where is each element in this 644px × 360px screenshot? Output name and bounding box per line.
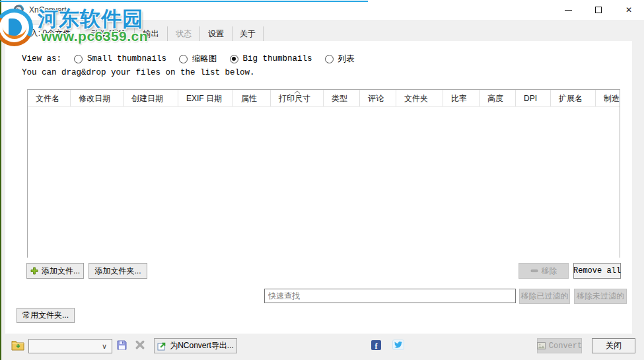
maximize-icon bbox=[595, 7, 602, 13]
xnconvert-window: XnConvert ✕ 输入: 0个文件 动作 [1/1] 输出 状态 设置 关… bbox=[0, 0, 644, 360]
column-label: 高度 bbox=[487, 94, 503, 103]
remove-all-button[interactable]: Remove all bbox=[573, 263, 621, 279]
radio-label: Big thumbnails bbox=[243, 54, 312, 63]
app-icon bbox=[13, 5, 24, 15]
remove-unfiltered-label: 移除未过滤的 bbox=[577, 291, 624, 302]
add-files-label: 添加文件... bbox=[42, 266, 80, 277]
convert-image-icon bbox=[537, 342, 546, 349]
column-header-manufacturer[interactable]: 制造商 bbox=[596, 90, 620, 106]
tab-about[interactable]: 关于 bbox=[233, 26, 264, 41]
radio-big-thumbnails[interactable]: Big thumbnails bbox=[230, 54, 312, 63]
close-dialog-label: 关闭 bbox=[606, 340, 622, 351]
column-label: DPI bbox=[524, 94, 537, 103]
column-header-created-date[interactable]: 创建日期 bbox=[124, 90, 178, 106]
chevron-down-icon: ∨ bbox=[102, 343, 107, 350]
remove-label: 移除 bbox=[542, 266, 557, 277]
radio-label: 缩略图 bbox=[192, 54, 217, 65]
column-header-comment[interactable]: 评论 bbox=[360, 90, 396, 106]
column-label: 扩展名 bbox=[559, 94, 583, 103]
radio-thumbnails[interactable]: 缩略图 bbox=[179, 54, 217, 65]
export-icon bbox=[157, 342, 166, 351]
add-folder-button[interactable]: 添加文件夹... bbox=[89, 263, 147, 279]
close-button[interactable]: ✕ bbox=[614, 0, 644, 20]
export-nconvert-button[interactable]: 为NConvert导出... bbox=[154, 338, 237, 353]
facebook-icon[interactable]: f bbox=[371, 340, 381, 350]
radio-small-thumbnails[interactable]: Small thumbnails bbox=[74, 54, 166, 63]
column-header-modified-date[interactable]: 修改日期 bbox=[71, 90, 124, 106]
close-dialog-button[interactable]: 关闭 bbox=[592, 338, 635, 353]
column-label: 打印尺寸 bbox=[279, 94, 310, 103]
frequent-folders-button[interactable]: 常用文件夹... bbox=[17, 308, 75, 323]
open-folder-icon[interactable] bbox=[11, 339, 24, 351]
add-folder-label: 添加文件夹... bbox=[94, 266, 141, 277]
window-left-border bbox=[0, 0, 1, 360]
view-as-label: View as: bbox=[22, 54, 61, 63]
preset-combobox[interactable]: ∨ bbox=[28, 339, 112, 353]
radio-icon bbox=[74, 55, 83, 63]
facebook-letter: f bbox=[375, 342, 378, 350]
column-label: 文件名 bbox=[36, 94, 59, 103]
column-header-type[interactable]: 类型 bbox=[324, 90, 360, 106]
radio-selected-icon bbox=[230, 55, 238, 63]
column-header-extension[interactable]: 扩展名 bbox=[551, 90, 596, 106]
radio-icon bbox=[325, 55, 334, 63]
column-label: 评论 bbox=[368, 94, 384, 103]
radio-icon bbox=[179, 55, 188, 63]
titlebar: XnConvert ✕ bbox=[0, 0, 644, 20]
column-header-height[interactable]: 高度 bbox=[480, 90, 516, 106]
delete-preset-icon bbox=[134, 339, 146, 351]
column-label: 属性 bbox=[241, 94, 257, 103]
remove-all-label: Remove all bbox=[573, 266, 621, 275]
radio-list-view[interactable]: 列表 bbox=[325, 54, 355, 65]
column-header-filename[interactable]: 文件名 bbox=[28, 90, 71, 106]
column-header-attributes[interactable]: 属性 bbox=[233, 90, 271, 106]
convert-label: Convert bbox=[549, 342, 582, 351]
column-header-print-size[interactable]: 打印尺寸 bbox=[271, 90, 324, 106]
minimize-button[interactable] bbox=[553, 0, 583, 20]
close-icon: ✕ bbox=[626, 5, 632, 15]
column-label: 比率 bbox=[451, 94, 467, 103]
drag-drop-hint: You can drag&drop your files on the list… bbox=[22, 68, 255, 77]
window-title: XnConvert bbox=[29, 0, 67, 20]
remove-unfiltered-button: 移除未过滤的 bbox=[574, 289, 627, 304]
tab-settings[interactable]: 设置 bbox=[200, 26, 233, 41]
radio-label: Small thumbnails bbox=[87, 54, 166, 63]
frequent-folders-label: 常用文件夹... bbox=[22, 310, 69, 321]
twitter-icon[interactable] bbox=[392, 340, 404, 350]
column-header-exif-date[interactable]: EXIF 日期 bbox=[178, 90, 233, 106]
tab-input[interactable]: 输入: 0个文件 bbox=[12, 24, 81, 41]
column-label: 文件夹 bbox=[404, 94, 428, 103]
column-header-ratio[interactable]: 比率 bbox=[443, 90, 480, 106]
convert-button: Convert bbox=[537, 338, 582, 353]
radio-label: 列表 bbox=[338, 54, 355, 65]
minimize-icon bbox=[565, 10, 572, 11]
tab-status: 状态 bbox=[168, 26, 200, 41]
remove-minus-icon bbox=[530, 267, 538, 275]
remove-filtered-label: 移除已过滤的 bbox=[521, 291, 569, 302]
remove-filtered-button: 移除已过滤的 bbox=[519, 289, 570, 304]
add-plus-icon bbox=[30, 267, 38, 275]
file-list-drop-area[interactable] bbox=[28, 107, 620, 258]
view-as-row: View as: Small thumbnails 缩略图 Big thumbn… bbox=[22, 53, 355, 65]
column-label: 创建日期 bbox=[131, 94, 163, 103]
file-list-table: 文件名 修改日期 创建日期 EXIF 日期 属性 打印尺寸 类型 评论 文件夹 … bbox=[27, 89, 620, 258]
column-label: 制造商 bbox=[604, 94, 620, 103]
table-header-row: 文件名 修改日期 创建日期 EXIF 日期 属性 打印尺寸 类型 评论 文件夹 … bbox=[28, 90, 620, 107]
maximize-button[interactable] bbox=[583, 0, 614, 20]
tab-actions[interactable]: 动作 [1/1] bbox=[81, 26, 135, 41]
search-input[interactable] bbox=[264, 289, 516, 303]
column-label: 修改日期 bbox=[79, 94, 110, 103]
column-label: EXIF 日期 bbox=[186, 94, 222, 103]
save-preset-icon[interactable] bbox=[116, 340, 127, 350]
add-files-button[interactable]: 添加文件... bbox=[26, 263, 84, 279]
column-header-dpi[interactable]: DPI bbox=[516, 90, 551, 106]
tab-output[interactable]: 输出 bbox=[135, 26, 168, 41]
sort-ascending-icon bbox=[294, 90, 300, 94]
column-header-folder[interactable]: 文件夹 bbox=[396, 90, 443, 106]
remove-button: 移除 bbox=[519, 263, 569, 279]
column-label: 类型 bbox=[332, 94, 347, 103]
export-nconvert-label: 为NConvert导出... bbox=[170, 340, 234, 351]
